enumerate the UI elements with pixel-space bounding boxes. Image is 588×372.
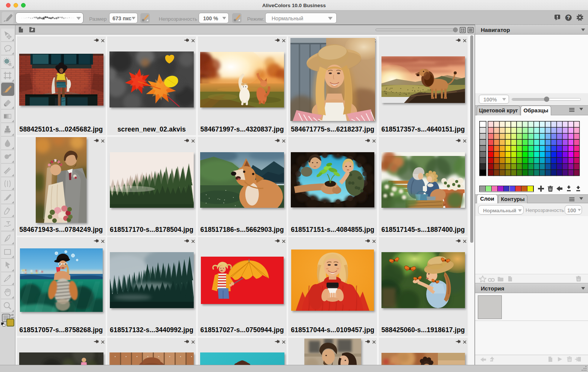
svg-text:?: ? [567, 15, 570, 20]
